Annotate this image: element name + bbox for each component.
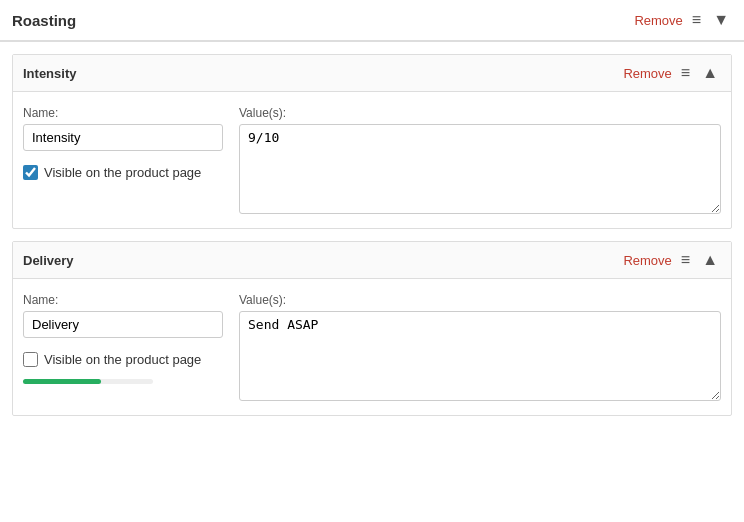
section-actions-intensity: Remove ≡ ▲ [623, 63, 721, 83]
name-input-delivery[interactable] [23, 311, 223, 338]
name-label-delivery: Name: [23, 293, 223, 307]
sub-section-title-delivery: Delivery [23, 253, 74, 268]
section-intensity: Intensity Remove ≡ ▲ Name: Visible on th… [12, 54, 732, 229]
values-textarea-delivery[interactable]: Send ASAP [239, 311, 721, 401]
form-row-delivery: Name: Visible on the product page Value(… [23, 293, 721, 401]
visible-checkbox-delivery[interactable] [23, 352, 38, 367]
remove-button-delivery[interactable]: Remove [623, 253, 671, 268]
name-group-delivery: Name: Visible on the product page [23, 293, 223, 384]
sub-section-body-delivery: Name: Visible on the product page Value(… [13, 279, 731, 415]
sections-container: Intensity Remove ≡ ▲ Name: Visible on th… [0, 54, 744, 416]
values-group-intensity: Value(s): 9/10 [239, 106, 721, 214]
checkbox-row-intensity: Visible on the product page [23, 165, 223, 180]
name-group-intensity: Name: Visible on the product page [23, 106, 223, 180]
visible-label-intensity[interactable]: Visible on the product page [44, 165, 201, 180]
checkbox-row-delivery: Visible on the product page [23, 352, 223, 367]
top-remove-button[interactable]: Remove [634, 13, 682, 28]
top-header-title: Roasting [12, 12, 76, 29]
remove-button-intensity[interactable]: Remove [623, 66, 671, 81]
sub-section-body-intensity: Name: Visible on the product page Value(… [13, 92, 731, 228]
values-group-delivery: Value(s): Send ASAP [239, 293, 721, 401]
progress-fill-delivery [23, 379, 101, 384]
name-label-intensity: Name: [23, 106, 223, 120]
menu-icon-intensity[interactable]: ≡ [678, 63, 693, 83]
sub-section-header-intensity: Intensity Remove ≡ ▲ [13, 55, 731, 92]
values-textarea-intensity[interactable]: 9/10 [239, 124, 721, 214]
visible-label-delivery[interactable]: Visible on the product page [44, 352, 201, 367]
top-header: Roasting Remove ≡ ▼ [0, 0, 744, 42]
values-label-intensity: Value(s): [239, 106, 721, 120]
form-row-intensity: Name: Visible on the product page Value(… [23, 106, 721, 214]
visible-checkbox-intensity[interactable] [23, 165, 38, 180]
name-input-intensity[interactable] [23, 124, 223, 151]
chevron-icon-intensity[interactable]: ▲ [699, 63, 721, 83]
chevron-icon-delivery[interactable]: ▲ [699, 250, 721, 270]
sub-section-header-delivery: Delivery Remove ≡ ▲ [13, 242, 731, 279]
sub-section-title-intensity: Intensity [23, 66, 76, 81]
top-header-actions: Remove ≡ ▼ [634, 10, 732, 30]
top-chevron-icon[interactable]: ▼ [710, 10, 732, 30]
section-delivery: Delivery Remove ≡ ▲ Name: Visible on the… [12, 241, 732, 416]
menu-icon-delivery[interactable]: ≡ [678, 250, 693, 270]
top-menu-icon[interactable]: ≡ [689, 10, 704, 30]
values-label-delivery: Value(s): [239, 293, 721, 307]
progress-container-delivery [23, 379, 153, 384]
section-actions-delivery: Remove ≡ ▲ [623, 250, 721, 270]
